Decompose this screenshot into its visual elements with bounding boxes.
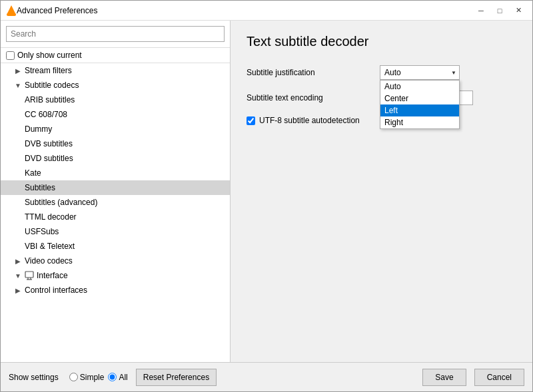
maximize-button[interactable]: □	[491, 4, 508, 17]
show-settings-label: Show settings	[9, 373, 59, 382]
title-bar: Advanced Preferences ─ □ ✕	[1, 1, 532, 21]
tree-label-video-codecs: Video codecs	[25, 256, 73, 266]
dropdown-list: Auto Center Left Right	[380, 80, 460, 129]
all-label: All	[119, 373, 127, 382]
reset-preferences-button[interactable]: Reset Preferences	[136, 369, 217, 386]
tree-label-dummy: Dummy	[25, 124, 52, 134]
tree-label-cc-608-708: CC 608/708	[25, 110, 67, 119]
left-panel: Only show current ▶ Stream filters ▼ Sub…	[1, 21, 231, 362]
tree-label-vbi-teletext: VBI & Teletext	[25, 242, 75, 251]
main-window: Advanced Preferences ─ □ ✕ Only show cur…	[0, 0, 533, 392]
expand-icon-stream-filters: ▶	[14, 67, 22, 75]
tree-label-kate: Kate	[25, 168, 41, 178]
show-settings-radio-group: Simple All	[69, 373, 128, 382]
tree-label-subtitles-advanced: Subtitles (advanced)	[25, 198, 97, 207]
only-show-current-checkbox[interactable]	[6, 51, 15, 60]
search-box	[1, 21, 230, 48]
simple-radio[interactable]	[69, 373, 78, 381]
tree-label-usfsubs: USFSubs	[25, 227, 59, 236]
bottom-bar: Show settings Simple All Reset Preferenc…	[1, 362, 532, 391]
tree-label-ttml-decoder: TTML decoder	[25, 212, 77, 222]
tree-label-interface: Interface	[37, 271, 68, 280]
right-panel: Text subtitle decoder Subtitle justifica…	[231, 21, 532, 362]
tree-item-dvd-subtitles[interactable]: DVD subtitles	[1, 151, 230, 166]
subtitle-encoding-label: Subtitle text encoding	[247, 93, 380, 102]
tree-item-subtitles-advanced[interactable]: Subtitles (advanced)	[1, 195, 230, 210]
tree-label-dvd-subtitles: DVD subtitles	[25, 154, 73, 163]
subtitle-justification-label: Subtitle justification	[247, 68, 380, 77]
close-button[interactable]: ✕	[510, 4, 527, 17]
tree-item-video-codecs[interactable]: ▶ Video codecs	[1, 254, 230, 268]
tree-item-arib-subtitles[interactable]: ARIB subtitles	[1, 93, 230, 107]
tree-item-dvb-subtitles[interactable]: DVB subtitles	[1, 136, 230, 151]
tree-item-control-interfaces[interactable]: ▶ Control interfaces	[1, 283, 230, 297]
simple-radio-label[interactable]: Simple	[69, 373, 105, 382]
subtitle-justification-dropdown[interactable]: Auto ▼	[380, 65, 460, 80]
tree-item-subtitles[interactable]: Subtitles	[1, 180, 230, 195]
expand-icon-control-interfaces: ▶	[14, 286, 22, 294]
dropdown-option-center[interactable]: Center	[380, 93, 459, 104]
search-input[interactable]	[6, 26, 225, 42]
svg-rect-0	[25, 272, 33, 278]
tree-item-usfsubs[interactable]: USFSubs	[1, 224, 230, 239]
tree-item-vbi-teletext[interactable]: VBI & Teletext	[1, 239, 230, 254]
window-title: Advanced Preferences	[17, 6, 472, 15]
tree-item-subtitle-codecs[interactable]: ▼ Subtitle codecs	[1, 78, 230, 93]
content-area: Only show current ▶ Stream filters ▼ Sub…	[1, 21, 532, 362]
dropdown-option-auto[interactable]: Auto	[380, 81, 459, 93]
dropdown-option-left[interactable]: Left	[380, 104, 459, 116]
all-radio-label[interactable]: All	[108, 373, 127, 382]
tree-label-arib-subtitles: ARIB subtitles	[25, 95, 75, 104]
tree-item-kate[interactable]: Kate	[1, 166, 230, 180]
expand-icon-interface: ▼	[14, 272, 22, 280]
only-show-current-row: Only show current	[1, 48, 230, 63]
subtitle-justification-dropdown-wrapper: Auto ▼ Auto Center Left Right	[380, 65, 460, 80]
minimize-button[interactable]: ─	[472, 4, 490, 17]
panel-title: Text subtitle decoder	[247, 34, 516, 49]
simple-label: Simple	[80, 373, 105, 382]
monitor-icon	[25, 271, 34, 280]
utf8-autodetection-label: UTF-8 subtitle autodetection	[259, 116, 360, 125]
cancel-button[interactable]: Cancel	[474, 369, 524, 386]
window-controls: ─ □ ✕	[472, 4, 527, 17]
tree-item-interface[interactable]: ▼ Interface	[1, 268, 230, 283]
tree-label-control-interfaces: Control interfaces	[25, 286, 87, 295]
dropdown-option-right[interactable]: Right	[380, 116, 459, 128]
tree-item-dummy[interactable]: Dummy	[1, 122, 230, 136]
dropdown-arrow-icon: ▼	[451, 70, 456, 76]
tree-item-ttml-decoder[interactable]: TTML decoder	[1, 210, 230, 224]
dropdown-current-value: Auto	[384, 68, 401, 77]
vlc-app-icon	[6, 5, 17, 16]
tree-label-subtitles: Subtitles	[25, 183, 55, 192]
utf8-autodetection-checkbox[interactable]	[247, 116, 255, 125]
tree-label-dvb-subtitles: DVB subtitles	[25, 139, 73, 148]
tree-item-cc-608-708[interactable]: CC 608/708	[1, 107, 230, 122]
tree-label-subtitle-codecs: Subtitle codecs	[25, 81, 79, 90]
tree-label-stream-filters: Stream filters	[25, 66, 72, 75]
save-button[interactable]: Save	[422, 369, 466, 386]
subtitle-justification-control: Auto ▼ Auto Center Left Right	[380, 65, 516, 80]
all-radio[interactable]	[108, 373, 117, 381]
subtitle-justification-row: Subtitle justification Auto ▼ Auto Cente…	[247, 65, 516, 80]
tree-area: ▶ Stream filters ▼ Subtitle codecs ARIB …	[1, 63, 230, 362]
only-show-current-label: Only show current	[17, 51, 82, 60]
expand-icon-subtitle-codecs: ▼	[14, 81, 22, 89]
expand-icon-video-codecs: ▶	[14, 257, 22, 265]
tree-item-stream-filters[interactable]: ▶ Stream filters	[1, 63, 230, 78]
